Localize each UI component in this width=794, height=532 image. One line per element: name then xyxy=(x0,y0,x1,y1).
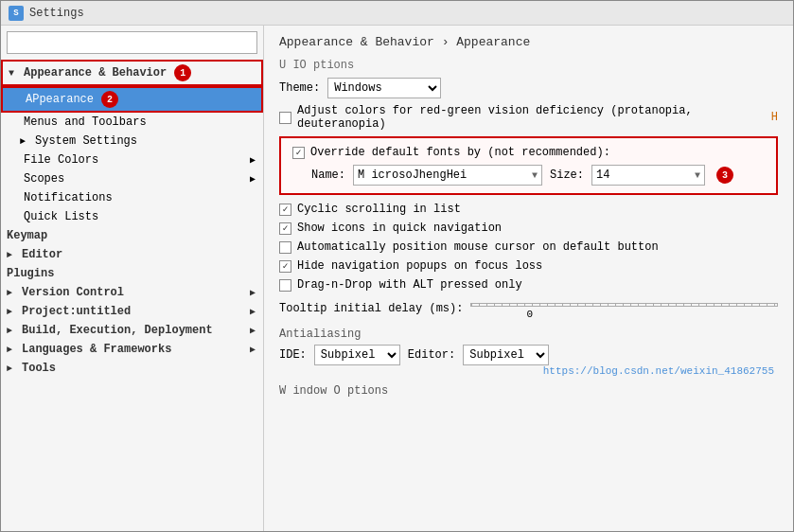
editor-aa-label: Editor: xyxy=(408,348,455,362)
sidebar-item-scopes[interactable]: Scopes ▶ xyxy=(1,169,263,188)
main-panel: Appearance & Behavior › Appearance U IO … xyxy=(264,26,793,531)
drag-drop-label: Drag-n-Drop with ALT pressed only xyxy=(297,278,522,292)
dropdown-arrow-icon: ▼ xyxy=(695,170,700,181)
tooltip-row: Tooltip initial delay (ms): 0 xyxy=(279,297,778,320)
show-icons-label: Show icons in quick navigation xyxy=(297,222,502,235)
auto-position-row: Automatically position mouse cursor on d… xyxy=(279,240,778,254)
tooltip-value: 0 xyxy=(281,309,778,320)
arrow-icon: ▶ xyxy=(250,325,256,336)
drag-drop-row: Drag-n-Drop with ALT pressed only xyxy=(279,278,778,292)
override-fonts-box: Override default fonts by (not recommend… xyxy=(279,136,778,195)
override-fonts-row: Override default fonts by (not recommend… xyxy=(292,146,765,159)
expand-icon: ► xyxy=(7,307,18,317)
sidebar-item-languages-frameworks[interactable]: ► Languages & Frameworks ▶ xyxy=(1,340,263,359)
badge-2: 2 xyxy=(101,91,118,108)
badge-1: 1 xyxy=(174,64,191,81)
sidebar-item-tools[interactable]: ► Tools xyxy=(1,359,263,378)
sidebar-item-label: Languages & Frameworks xyxy=(22,343,171,356)
sidebar-item-appearance-behavior[interactable]: ▼ Appearance & Behavior 1 xyxy=(1,60,263,86)
sidebar-item-label: Version Control xyxy=(22,286,124,299)
search-box[interactable] xyxy=(7,31,257,54)
sidebar-item-label: Scopes xyxy=(24,172,64,186)
font-name-value: M icrosoJhengHei xyxy=(358,168,467,182)
theme-label: Theme: xyxy=(279,81,320,95)
sidebar-item-appearance[interactable]: APpearance 2 xyxy=(1,86,263,113)
sidebar-item-build-execution[interactable]: ► Build, Execution, Deployment ▶ xyxy=(1,321,263,340)
sidebar-item-notifications[interactable]: Notifications xyxy=(1,188,263,207)
antialiasing-row: IDE: Subpixel Greyscale LCD Editor: Subp… xyxy=(279,345,778,365)
arrow-icon: ▶ xyxy=(250,287,256,298)
settings-window: S Settings ▼ Appearance & Behavior 1 APp… xyxy=(0,0,794,532)
expand-icon: ▼ xyxy=(9,68,20,79)
theme-row: Theme: Windows Darcula IntelliJ High con… xyxy=(279,78,778,98)
adjust-colors-row: Adjust colors for red-green vision defic… xyxy=(279,104,778,131)
name-size-row: Name: M icrosoJhengHei ▼ Size: 14 ▼ 3 xyxy=(292,165,765,186)
ide-dropdown[interactable]: Subpixel Greyscale LCD xyxy=(314,345,400,365)
sidebar-item-editor[interactable]: ► Editor xyxy=(1,245,263,264)
cyclic-scrolling-row: Cyclic scrolling in list xyxy=(279,203,778,216)
show-icons-row: Show icons in quick navigation xyxy=(279,222,778,235)
sidebar-item-label: File Colors xyxy=(24,153,98,167)
sidebar-item-label: Appearance & Behavior xyxy=(24,66,167,80)
expand-icon: ► xyxy=(7,345,18,355)
sidebar-item-keymap[interactable]: Keymap xyxy=(1,226,263,245)
sidebar-item-menus-toolbars[interactable]: Menus and Toolbars xyxy=(1,113,263,132)
sidebar: ▼ Appearance & Behavior 1 APpearance 2 M… xyxy=(1,26,264,531)
override-fonts-label: Override default fonts by (not recommend… xyxy=(310,146,610,159)
expand-icon: ► xyxy=(7,250,18,260)
badge-3: 3 xyxy=(716,167,733,184)
font-name-dropdown[interactable]: M icrosoJhengHei ▼ xyxy=(353,165,542,186)
watermark-text: https://blog.csdn.net/weixin_41862755 xyxy=(279,365,778,377)
auto-position-label: Automatically position mouse cursor on d… xyxy=(297,240,659,254)
font-size-value: 14 xyxy=(596,168,609,182)
sidebar-item-label: System Settings xyxy=(35,134,137,148)
arrow-icon: ▶ xyxy=(250,306,256,317)
title-bar: S Settings xyxy=(1,1,793,26)
hide-nav-row: Hide navigation popups on focus loss xyxy=(279,259,778,273)
sidebar-item-label: Menus and Toolbars xyxy=(24,115,147,129)
drag-drop-checkbox[interactable] xyxy=(279,279,291,292)
editor-dropdown[interactable]: Subpixel Greyscale LCD xyxy=(463,345,549,365)
auto-position-checkbox[interactable] xyxy=(279,241,291,254)
expand-icon: ► xyxy=(20,136,31,147)
sidebar-item-system-settings[interactable]: ► System Settings xyxy=(1,132,263,151)
sidebar-item-plugins[interactable]: Plugins xyxy=(1,264,263,283)
sidebar-item-label: Keymap xyxy=(7,229,47,242)
size-label: Size: xyxy=(550,168,584,182)
breadcrumb: Appearance & Behavior › Appearance xyxy=(279,35,778,49)
sidebar-item-label: Quick Lists xyxy=(24,210,98,223)
name-label: Name: xyxy=(311,168,345,182)
font-size-dropdown[interactable]: 14 ▼ xyxy=(591,165,705,186)
tooltip-slider[interactable] xyxy=(470,303,778,307)
dropdown-arrow-icon: ▼ xyxy=(532,170,538,181)
sidebar-item-version-control[interactable]: ► Version Control ▶ xyxy=(1,283,263,302)
arrow-icon: ▶ xyxy=(250,154,256,166)
expand-icon: ► xyxy=(7,326,18,336)
arrow-icon: ▶ xyxy=(250,173,256,185)
arrow-icon: ▶ xyxy=(250,344,256,355)
sidebar-item-file-colors[interactable]: File Colors ▶ xyxy=(1,151,263,169)
main-content: ▼ Appearance & Behavior 1 APpearance 2 M… xyxy=(1,26,793,531)
ui-options-label: U IO ptions xyxy=(279,59,778,72)
sidebar-item-quick-lists[interactable]: Quick Lists xyxy=(1,207,263,226)
override-fonts-checkbox[interactable] xyxy=(292,147,305,159)
app-icon: S xyxy=(9,6,24,21)
sidebar-tree: ▼ Appearance & Behavior 1 APpearance 2 M… xyxy=(1,60,263,531)
search-input[interactable] xyxy=(13,36,251,49)
sidebar-item-label: Project:untitled xyxy=(22,305,131,318)
sidebar-item-label: Tools xyxy=(22,362,56,375)
hide-nav-label: Hide navigation popups on focus loss xyxy=(297,259,542,273)
help-link[interactable]: H xyxy=(771,111,778,124)
adjust-colors-label: Adjust colors for red-green vision defic… xyxy=(297,104,762,131)
theme-dropdown[interactable]: Windows Darcula IntelliJ High contrast xyxy=(327,78,441,98)
adjust-colors-checkbox[interactable] xyxy=(279,112,291,124)
hide-nav-checkbox[interactable] xyxy=(279,260,291,273)
expand-icon: ► xyxy=(7,364,18,374)
show-icons-checkbox[interactable] xyxy=(279,222,291,235)
antialiasing-label: Antialiasing xyxy=(279,328,778,341)
cyclic-scrolling-checkbox[interactable] xyxy=(279,204,291,216)
window-options-label: W indow O ptions xyxy=(279,384,778,398)
sidebar-item-project-untitled[interactable]: ► Project:untitled ▶ xyxy=(1,302,263,321)
window-title: Settings xyxy=(29,7,84,20)
sidebar-item-label: Editor xyxy=(22,248,62,261)
